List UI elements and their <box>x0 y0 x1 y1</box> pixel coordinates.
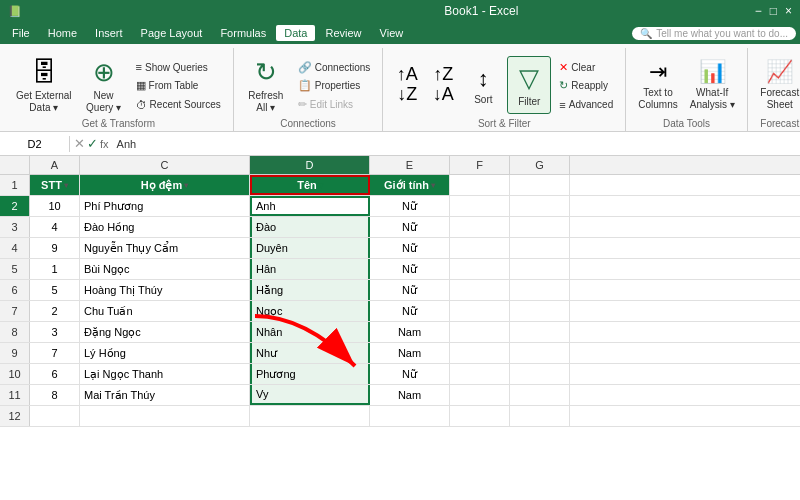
cell-11-g[interactable] <box>510 385 570 405</box>
cell-11-c[interactable]: Mai Trần Thúy <box>80 385 250 405</box>
cell-3-d[interactable]: Đào <box>250 217 370 237</box>
cell-5-a[interactable]: 1 <box>30 259 80 279</box>
cell-6-c[interactable]: Hoàng Thị Thúy <box>80 280 250 300</box>
cell-5-e[interactable]: Nữ <box>370 259 450 279</box>
filter-arrow-1-e[interactable]: ▾ <box>431 181 435 190</box>
minimize-btn[interactable]: − <box>755 4 762 18</box>
sort-button[interactable]: ↕ Sort <box>463 56 503 114</box>
get-external-data-button[interactable]: 🗄 Get ExternalData ▾ <box>12 56 76 114</box>
cell-6-e[interactable]: Nữ <box>370 280 450 300</box>
cell-12-d[interactable] <box>250 406 370 426</box>
window-controls[interactable]: − □ × <box>755 4 792 18</box>
cell-7-a[interactable]: 2 <box>30 301 80 321</box>
recent-sources-button[interactable]: ⏱ Recent Sources <box>132 97 225 113</box>
cell-8-c[interactable]: Đặng Ngọc <box>80 322 250 342</box>
col-header-e[interactable]: E <box>370 156 450 174</box>
cell-5-g[interactable] <box>510 259 570 279</box>
cell-3-c[interactable]: Đào Hồng <box>80 217 250 237</box>
menu-review[interactable]: Review <box>317 25 369 41</box>
cell-11-d[interactable]: Vy <box>250 385 370 405</box>
refresh-all-button[interactable]: ↻ RefreshAll ▾ <box>242 56 290 114</box>
cell-9-a[interactable]: 7 <box>30 343 80 363</box>
cell-6-a[interactable]: 5 <box>30 280 80 300</box>
cell-2-c[interactable]: Phí Phương <box>80 196 250 216</box>
show-queries-button[interactable]: ≡ Show Queries <box>132 59 225 75</box>
cell-4-a[interactable]: 9 <box>30 238 80 258</box>
menu-view[interactable]: View <box>372 25 412 41</box>
clear-button[interactable]: ✕ Clear <box>555 59 617 75</box>
cell-4-g[interactable] <box>510 238 570 258</box>
cell-9-c[interactable]: Lý Hồng <box>80 343 250 363</box>
cell-2-f[interactable] <box>450 196 510 216</box>
confirm-icon[interactable]: ✓ <box>87 136 98 151</box>
cell-1-a[interactable]: STT ▾ <box>30 175 80 195</box>
filter-button[interactable]: ▽ Filter <box>507 56 551 114</box>
cell-10-a[interactable]: 6 <box>30 364 80 384</box>
maximize-btn[interactable]: □ <box>770 4 777 18</box>
cell-6-f[interactable] <box>450 280 510 300</box>
menu-home[interactable]: Home <box>40 25 85 41</box>
cell-11-f[interactable] <box>450 385 510 405</box>
cell-7-c[interactable]: Chu Tuấn <box>80 301 250 321</box>
cell-12-e[interactable] <box>370 406 450 426</box>
cell-4-f[interactable] <box>450 238 510 258</box>
cell-12-f[interactable] <box>450 406 510 426</box>
cell-10-e[interactable]: Nữ <box>370 364 450 384</box>
properties-button[interactable]: 📋 Properties <box>294 78 375 94</box>
sort-za-button[interactable]: ↑Z↓A <box>427 56 459 114</box>
col-header-a[interactable]: A <box>30 156 80 174</box>
cell-6-d[interactable]: Hằng <box>250 280 370 300</box>
cell-8-a[interactable]: 3 <box>30 322 80 342</box>
from-table-button[interactable]: ▦ From Table <box>132 78 225 94</box>
cell-2-g[interactable] <box>510 196 570 216</box>
cell-11-a[interactable]: 8 <box>30 385 80 405</box>
cell-5-f[interactable] <box>450 259 510 279</box>
cell-1-c[interactable]: Họ đệm ▾ <box>80 175 250 195</box>
cell-3-f[interactable] <box>450 217 510 237</box>
cell-5-c[interactable]: Bùi Ngọc <box>80 259 250 279</box>
cell-3-e[interactable]: Nữ <box>370 217 450 237</box>
cell-10-d[interactable]: Phương <box>250 364 370 384</box>
search-bar[interactable]: 🔍 Tell me what you want to do... <box>632 27 796 40</box>
col-header-f[interactable]: F <box>450 156 510 174</box>
cell-12-c[interactable] <box>80 406 250 426</box>
new-query-button[interactable]: ⊕ NewQuery ▾ <box>80 56 128 114</box>
menu-file[interactable]: File <box>4 25 38 41</box>
cell-8-d[interactable]: Nhân <box>250 322 370 342</box>
forecast-sheet-button[interactable]: 📈 ForecastSheet <box>756 56 800 114</box>
cell-9-d[interactable]: Như <box>250 343 370 363</box>
cell-4-c[interactable]: Nguyễn Thụy Cẩm <box>80 238 250 258</box>
cell-10-g[interactable] <box>510 364 570 384</box>
close-btn[interactable]: × <box>785 4 792 18</box>
cell-4-e[interactable]: Nữ <box>370 238 450 258</box>
reapply-button[interactable]: ↻ Reapply <box>555 78 617 94</box>
cell-1-g[interactable] <box>510 175 570 195</box>
advanced-button[interactable]: ≡ Advanced <box>555 97 617 113</box>
cell-5-d[interactable]: Hân <box>250 259 370 279</box>
cell-7-e[interactable]: Nữ <box>370 301 450 321</box>
menu-data[interactable]: Data <box>276 25 315 41</box>
cell-8-g[interactable] <box>510 322 570 342</box>
filter-arrow-1-a[interactable]: ▾ <box>64 181 68 190</box>
name-box[interactable]: D2 <box>0 136 70 152</box>
cell-2-e[interactable]: Nữ <box>370 196 450 216</box>
cell-3-g[interactable] <box>510 217 570 237</box>
cell-2-d[interactable]: Anh <box>250 196 370 216</box>
cell-7-d[interactable]: Ngọc <box>250 301 370 321</box>
cell-10-c[interactable]: Lại Ngọc Thanh <box>80 364 250 384</box>
col-header-g[interactable]: G <box>510 156 570 174</box>
filter-arrow-1-c[interactable]: ▾ <box>184 181 188 190</box>
cancel-icon[interactable]: ✕ <box>74 136 85 151</box>
cell-11-e[interactable]: Nam <box>370 385 450 405</box>
cell-2-a[interactable]: 10 <box>30 196 80 216</box>
cell-1-e[interactable]: Giới tính ▾ <box>370 175 450 195</box>
connections-button[interactable]: 🔗 Connections <box>294 59 375 75</box>
text-to-columns-button[interactable]: ⇥ Text toColumns <box>634 56 681 114</box>
cell-12-a[interactable] <box>30 406 80 426</box>
cell-12-g[interactable] <box>510 406 570 426</box>
cell-9-e[interactable]: Nam <box>370 343 450 363</box>
cell-3-a[interactable]: 4 <box>30 217 80 237</box>
menu-page-layout[interactable]: Page Layout <box>133 25 211 41</box>
menu-formulas[interactable]: Formulas <box>212 25 274 41</box>
cell-4-d[interactable]: Duyên <box>250 238 370 258</box>
